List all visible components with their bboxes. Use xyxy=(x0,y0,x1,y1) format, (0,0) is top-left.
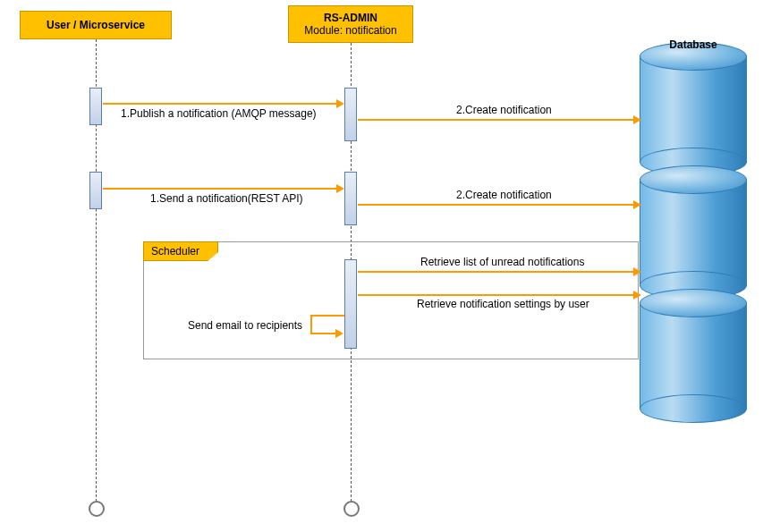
arrow-m3-head xyxy=(336,184,344,193)
activation-rsadmin-1 xyxy=(344,88,357,141)
arrow-m5 xyxy=(358,294,635,296)
label-m3: 1.Send a notification(REST API) xyxy=(150,192,303,205)
arrow-m2b-head xyxy=(633,200,641,209)
arrow-m6-bottom xyxy=(310,333,337,334)
activation-rsadmin-3 xyxy=(344,259,357,349)
participant-user-title: User / Microservice xyxy=(47,19,145,31)
label-m1: 1.Publish a notification (AMQP message) xyxy=(121,107,317,120)
arrow-m4 xyxy=(358,271,635,273)
label-m2a: 2.Create notification xyxy=(456,104,552,116)
activation-user-1 xyxy=(89,88,102,125)
activation-user-2 xyxy=(89,172,102,209)
database: Database xyxy=(640,42,747,412)
arrow-m3 xyxy=(103,188,338,190)
arrow-m1-head xyxy=(336,99,344,108)
arrow-m2a xyxy=(358,119,635,121)
lifeline-end-rsadmin xyxy=(343,501,360,517)
participant-user: User / Microservice xyxy=(20,11,172,39)
database-title: Database xyxy=(640,38,747,51)
participant-rsadmin: RS-ADMIN Module: notification xyxy=(288,5,413,43)
arrow-m2b xyxy=(358,204,635,206)
arrow-m1 xyxy=(103,103,338,105)
arrow-m6-top xyxy=(310,315,344,317)
arrow-m6-head xyxy=(335,329,343,338)
activation-rsadmin-2 xyxy=(344,172,357,225)
label-m2b: 2.Create notification xyxy=(456,189,552,201)
arrow-m4-head xyxy=(633,267,641,276)
label-m5: Retrieve notification settings by user xyxy=(417,298,589,310)
label-m4: Retrieve list of unread notifications xyxy=(420,256,584,268)
participant-rsadmin-title: RS-ADMIN xyxy=(296,12,405,24)
participant-rsadmin-subtitle: Module: notification xyxy=(296,24,405,37)
arrow-m2a-head xyxy=(633,115,641,124)
label-m6: Send email to recipients xyxy=(188,319,302,332)
lifeline-end-user xyxy=(89,501,105,517)
scheduler-frame-label: Scheduler xyxy=(143,241,218,261)
arrow-m5-head xyxy=(633,291,641,300)
arrow-m6-side xyxy=(310,315,312,334)
